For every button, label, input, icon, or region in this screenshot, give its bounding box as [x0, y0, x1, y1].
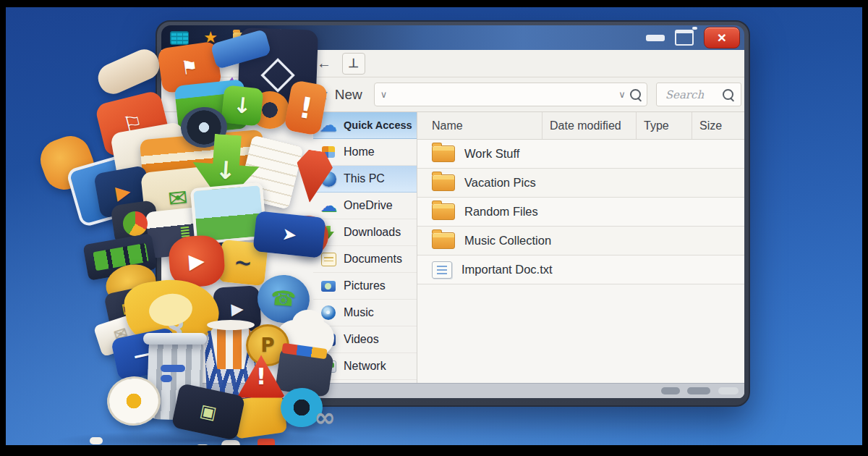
file-row-important-doc[interactable]: Important Doc.txt [417, 256, 744, 284]
video-icon [319, 331, 338, 348]
sidebar-item-pictures[interactable]: Pictures [313, 273, 417, 300]
scrollbar-thumb[interactable] [661, 387, 680, 394]
new-item-star-icon: ★ [313, 84, 330, 104]
disc-icon [319, 304, 338, 321]
folder-icon [432, 145, 455, 162]
minimize-button[interactable] [646, 35, 665, 41]
pile-scroll-paper-icon [93, 45, 163, 98]
sidebar-item-label: Pictures [344, 279, 386, 292]
folder-icon [432, 203, 455, 220]
sidebar-item-label: This PC [344, 172, 385, 185]
address-input[interactable] [391, 88, 614, 101]
network-icon [319, 358, 338, 375]
file-list-panel: Name Date modified Type Size Work Stuff … [417, 112, 744, 383]
download-button[interactable]: ⊥ [342, 53, 365, 75]
camera-icon [319, 277, 338, 295]
address-bar[interactable]: ∨ ∨ [374, 83, 647, 106]
sidebar-item-label: Downloads [344, 226, 401, 239]
folder-icon[interactable] [232, 30, 251, 45]
pile-disc-egg-icon [105, 374, 163, 428]
file-row-music-collection[interactable]: Music Collection [417, 227, 744, 256]
pile-orange-blob-icon [35, 130, 100, 195]
file-explorer-window: ★ × ← ⊥ ★ New ∨ [156, 20, 750, 407]
maximize-button[interactable] [675, 30, 694, 46]
sidebar-item-label: Music [344, 306, 374, 319]
chevron-down-icon[interactable]: ∨ [380, 90, 388, 99]
window-chrome: ← ⊥ ★ New ∨ ∨ [161, 50, 744, 398]
sidebar-item-label: Network [344, 360, 386, 373]
pile-dark-mail-tile-icon: ✉ [103, 285, 157, 333]
file-row-random-files[interactable]: Random Files [417, 198, 744, 227]
pile-small-envelope-icon: ✉ [93, 312, 148, 357]
pile-pie-chart-icon [123, 211, 148, 236]
column-header-size[interactable]: Size [692, 112, 744, 139]
onedrive-cloud-icon: ☁ [319, 197, 338, 214]
sidebar-item-label: OneDrive [344, 199, 393, 212]
home-tiles-icon [319, 143, 338, 161]
search-box[interactable] [656, 83, 741, 106]
sidebar-item-documents[interactable]: Documents [313, 246, 417, 273]
sidebar-item-label: Videos [344, 333, 379, 346]
cloud-icon: ☁ [319, 117, 338, 134]
file-name: Music Collection [464, 234, 551, 248]
folder-icon [432, 232, 455, 249]
titlebar-app-icons: ★ [170, 30, 282, 45]
search-icon[interactable] [630, 89, 641, 100]
column-header-date-modified[interactable]: Date modified [542, 112, 636, 139]
search-input[interactable] [664, 88, 718, 102]
pile-ground-shadow [49, 430, 346, 445]
search-icon [723, 89, 733, 100]
navigation-toolbar: ← ⊥ [161, 50, 744, 77]
pile-chain-icon: ∞ [308, 404, 341, 431]
globe-icon [319, 170, 338, 187]
new-button[interactable]: New [335, 87, 362, 103]
file-row-work-stuff[interactable]: Work Stuff [417, 140, 744, 169]
sidebar-hidden-area [161, 112, 313, 383]
pile-ram-chips-icon [93, 243, 148, 271]
sidebar-item-network[interactable]: Network [313, 353, 417, 380]
pile-ram-stick-icon [82, 233, 157, 281]
copy-window-icon[interactable] [263, 30, 282, 45]
desktop-background: ★ × ← ⊥ ★ New ∨ [6, 7, 862, 445]
sidebar-item-label: Home [344, 145, 375, 159]
sidebar-item-label: Documents [344, 253, 402, 266]
back-button[interactable]: ← [315, 55, 333, 72]
sidebar-item-music[interactable]: Music [313, 300, 417, 326]
close-button[interactable]: × [704, 27, 740, 48]
column-header-row: Name Date modified Type Size [417, 112, 744, 140]
folder-icon [432, 174, 455, 191]
sidebar-item-label: Quick Access [344, 119, 412, 131]
sidebar-item-onedrive[interactable]: ☁ OneDrive [313, 193, 417, 219]
file-name: Work Stuff [464, 147, 519, 161]
navigation-sidebar: ☁ Quick Access Home This PC ☁ OneDrive [313, 112, 417, 383]
column-header-name[interactable]: Name [417, 112, 542, 139]
pile-photo-frame-icon: ▲ [66, 150, 155, 227]
download-arrow-icon [319, 224, 338, 241]
file-row-vacation-pics[interactable]: Vacation Pics [417, 169, 744, 198]
star-icon[interactable]: ★ [201, 30, 220, 45]
title-bar[interactable]: ★ × [161, 25, 744, 50]
file-name: Important Doc.txt [461, 263, 553, 276]
pile-gold-cookie-icon [102, 259, 161, 308]
scrollbar-thumb[interactable] [687, 387, 710, 394]
pile-video-tile-icon: ▶ [93, 165, 153, 219]
app-grid-icon[interactable] [170, 30, 189, 45]
file-name: Random Files [464, 205, 538, 219]
text-document-icon [432, 261, 452, 279]
column-header-type[interactable]: Type [636, 112, 692, 139]
document-icon [319, 250, 338, 268]
file-name: Vacation Pics [464, 176, 536, 190]
command-toolbar: ★ New ∨ ∨ [161, 77, 744, 112]
sidebar-item-home[interactable]: Home [313, 139, 417, 166]
sidebar-item-videos[interactable]: Videos [313, 326, 417, 353]
chevron-down-icon[interactable]: ∨ [618, 90, 626, 99]
status-bar [161, 383, 744, 398]
scrollbar-track[interactable] [718, 387, 739, 394]
sidebar-item-downloads[interactable]: Downloads [313, 219, 417, 246]
sidebar-item-quick-access[interactable]: ☁ Quick Access [313, 112, 417, 139]
pile-pie-tile-icon [110, 200, 160, 246]
sidebar-item-this-pc[interactable]: This PC [313, 166, 417, 193]
